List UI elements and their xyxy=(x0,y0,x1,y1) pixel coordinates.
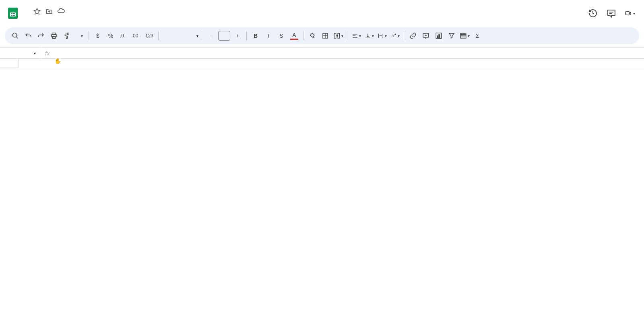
svg-rect-29 xyxy=(437,36,438,38)
meet-icon[interactable]: ▾ xyxy=(625,8,635,18)
svg-marker-7 xyxy=(34,8,40,14)
comments-icon[interactable] xyxy=(606,8,617,18)
svg-rect-30 xyxy=(439,35,440,38)
doc-title[interactable] xyxy=(24,10,29,12)
svg-point-11 xyxy=(12,33,17,37)
svg-rect-6 xyxy=(15,12,16,16)
menu-file[interactable] xyxy=(24,16,31,19)
menu-help[interactable] xyxy=(82,16,89,19)
filter-button[interactable] xyxy=(446,30,457,41)
svg-rect-5 xyxy=(12,12,13,16)
svg-rect-4 xyxy=(10,12,11,16)
menu-extensions[interactable] xyxy=(75,16,81,19)
redo-button[interactable] xyxy=(35,30,47,41)
sheets-logo[interactable] xyxy=(5,5,21,21)
select-all-corner[interactable] xyxy=(0,59,19,68)
column-headers: ✋ xyxy=(0,59,644,68)
search-icon[interactable] xyxy=(10,30,21,41)
merge-button[interactable]: ▾ xyxy=(332,30,344,41)
rotate-button[interactable]: A▾ xyxy=(389,30,400,41)
functions-button[interactable]: Σ xyxy=(472,30,483,41)
menu-tools[interactable] xyxy=(68,16,74,19)
menu-insert[interactable] xyxy=(46,16,52,19)
percent-button[interactable]: % xyxy=(105,30,116,41)
comment-button[interactable] xyxy=(420,30,431,41)
fill-color-button[interactable] xyxy=(307,30,318,41)
menu-bar xyxy=(24,15,588,19)
cursor-icon: ✋ xyxy=(54,58,61,64)
decrease-decimal-button[interactable]: .0← xyxy=(118,30,129,41)
formula-input[interactable] xyxy=(55,48,644,58)
bold-button[interactable]: B xyxy=(250,30,261,41)
increase-decimal-button[interactable]: .00→ xyxy=(131,30,142,41)
strike-button[interactable]: S xyxy=(276,30,287,41)
menu-edit[interactable] xyxy=(31,16,38,19)
halign-button[interactable]: ▾ xyxy=(351,30,362,41)
borders-button[interactable] xyxy=(320,30,331,41)
toolbar: ▾ $ % .0← .00→ 123 ▾ − + B I S A ▾ ▾ ▾ ▾… xyxy=(0,24,644,47)
font-size-input[interactable] xyxy=(218,31,230,41)
menu-view[interactable] xyxy=(39,16,45,19)
print-button[interactable] xyxy=(48,30,60,41)
link-button[interactable] xyxy=(407,30,419,41)
valign-button[interactable]: ▾ xyxy=(363,30,375,41)
formula-bar: ▾ fx xyxy=(0,47,644,59)
more-formats-button[interactable]: 123 xyxy=(144,30,155,41)
italic-button[interactable]: I xyxy=(263,30,274,41)
move-folder-icon[interactable] xyxy=(45,7,53,15)
name-box[interactable]: ▾ xyxy=(0,48,40,58)
svg-text:A: A xyxy=(391,34,394,38)
svg-rect-10 xyxy=(625,12,629,15)
fx-icon: fx xyxy=(40,50,55,57)
title-bar: ▾ xyxy=(0,0,644,24)
svg-line-12 xyxy=(16,37,18,39)
chart-button[interactable] xyxy=(433,30,444,41)
text-color-button[interactable]: A xyxy=(289,30,300,41)
font-family-dropdown[interactable] xyxy=(162,30,194,41)
wrap-button[interactable]: ▾ xyxy=(376,30,388,41)
star-icon[interactable] xyxy=(33,7,41,15)
filter-views-button[interactable]: ▾ xyxy=(459,30,470,41)
paint-format-button[interactable] xyxy=(61,30,72,41)
menu-data[interactable] xyxy=(60,16,67,19)
cloud-status-icon[interactable] xyxy=(57,7,65,15)
zoom-dropdown[interactable]: ▾ xyxy=(74,30,85,41)
history-icon[interactable] xyxy=(588,8,598,18)
menu-format[interactable] xyxy=(53,16,60,19)
svg-rect-32 xyxy=(460,35,466,38)
undo-button[interactable] xyxy=(23,30,34,41)
increase-font-button[interactable]: + xyxy=(232,30,243,41)
currency-button[interactable]: $ xyxy=(92,30,103,41)
decrease-font-button[interactable]: − xyxy=(205,30,217,41)
grid: ✋ xyxy=(0,59,644,68)
